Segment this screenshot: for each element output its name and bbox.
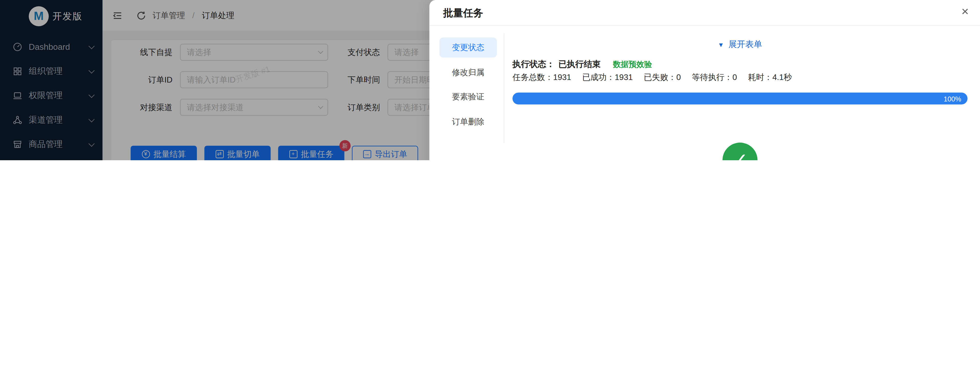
triangle-down-icon: ▼ [718, 41, 724, 48]
close-icon[interactable]: × [961, 5, 969, 18]
stat-success: 1931 [615, 73, 633, 82]
drawer-content: ▼ 展开表单 执行状态：已执行结束 数据预效验 任务总数：1931 已成功：19… [512, 31, 967, 160]
progress-percent: 100% [944, 95, 961, 102]
batch-task-drawer: 批量任务 × 变更状态 修改归属 要素验证 订单删除 ▼ 展开表单 执行状态：已… [430, 0, 980, 160]
stat-total: 1931 [553, 73, 571, 82]
success-check-icon: ✓ [722, 143, 757, 160]
stat-failed: 0 [676, 73, 681, 82]
task-stats-line: 任务总数：1931 已成功：1931 已失败：0 等待执行：0 耗时：4.1秒 [512, 72, 800, 83]
expand-form-link[interactable]: ▼ 展开表单 [718, 39, 762, 50]
drawer-menu-element-verify[interactable]: 要素验证 [439, 87, 497, 107]
execution-status-value: 已执行结束 [558, 59, 601, 69]
app-root: M 开发版 Dashboard 组织管理 权限管理 渠道管理 商品管理 [0, 0, 980, 160]
execution-status-label: 执行状态： [512, 59, 555, 69]
data-precheck-tag: 数据预效验 [613, 60, 652, 69]
stat-waiting: 0 [733, 73, 737, 82]
drawer-title: 批量任务 [443, 7, 483, 20]
drawer-header: 批量任务 × [430, 0, 980, 25]
execution-status-line: 执行状态：已执行结束 数据预效验 [512, 59, 652, 70]
progress-bar: 100% [512, 92, 967, 105]
drawer-menu-order-delete[interactable]: 订单删除 [439, 112, 497, 132]
divider [504, 33, 504, 143]
stat-elapsed: 4.1秒 [772, 73, 792, 82]
drawer-menu: 变更状态 修改归属 要素验证 订单删除 [439, 38, 497, 137]
drawer-menu-change-status[interactable]: 变更状态 [439, 38, 497, 57]
drawer-menu-modify-ownership[interactable]: 修改归属 [439, 62, 497, 82]
